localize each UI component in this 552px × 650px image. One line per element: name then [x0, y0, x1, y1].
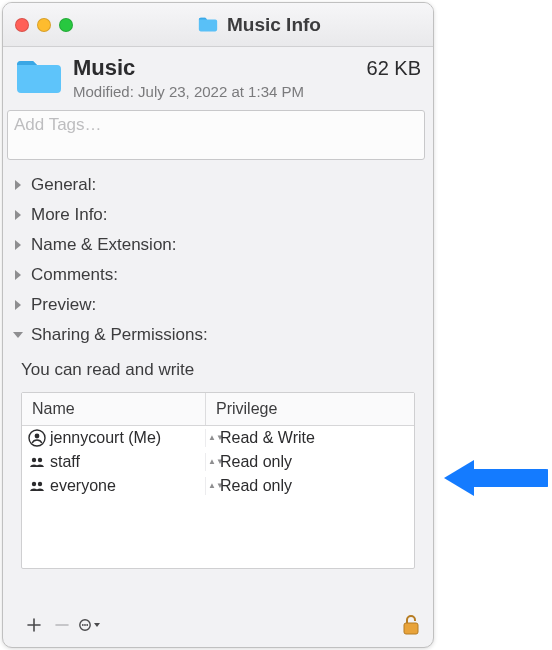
- zoom-button[interactable]: [59, 18, 73, 32]
- privilege-select[interactable]: ▲▼ Read only: [206, 477, 414, 495]
- privilege-select[interactable]: ▲▼ Read only: [206, 453, 414, 471]
- chevron-down-icon: [11, 328, 25, 342]
- svg-point-9: [86, 624, 88, 626]
- permissions-table: Name Privilege jennycourt (Me) ▲▼ Read &…: [21, 392, 415, 569]
- person-icon: [28, 429, 46, 447]
- svg-point-8: [84, 624, 86, 626]
- permissions-row[interactable]: staff ▲▼ Read only: [22, 450, 414, 474]
- privilege-value: Read only: [220, 453, 292, 471]
- group-icon: [28, 453, 46, 471]
- bottom-toolbar: [3, 607, 433, 647]
- modified-line: Modified: July 23, 2022 at 1:34 PM: [73, 83, 421, 100]
- traffic-lights: [15, 18, 73, 32]
- permissions-summary: You can read and write: [3, 350, 433, 390]
- privilege-value: Read only: [220, 477, 292, 495]
- window-title: Music Info: [227, 14, 321, 36]
- privilege-value: Read & Write: [220, 429, 315, 447]
- stepper-icon: ▲▼: [208, 483, 218, 489]
- section-name-extension[interactable]: Name & Extension:: [11, 230, 425, 260]
- permissions-header: Name Privilege: [22, 393, 414, 426]
- tags-input[interactable]: Add Tags…: [7, 110, 425, 160]
- chevron-right-icon: [11, 238, 25, 252]
- header: Music 62 KB Modified: July 23, 2022 at 1…: [3, 47, 433, 106]
- stepper-icon: ▲▼: [208, 435, 218, 441]
- info-window: Music Info Music 62 KB Modified: July 23…: [2, 2, 434, 648]
- svg-point-4: [32, 482, 36, 486]
- file-name: Music: [73, 55, 135, 81]
- permission-name: everyone: [50, 477, 116, 495]
- modified-label: Modified:: [73, 83, 134, 100]
- permission-name: staff: [50, 453, 80, 471]
- lock-icon[interactable]: [401, 613, 421, 637]
- add-button[interactable]: [21, 614, 47, 636]
- tags-placeholder: Add Tags…: [14, 115, 102, 134]
- svg-rect-10: [404, 623, 418, 634]
- stepper-icon: ▲▼: [208, 459, 218, 465]
- permissions-row[interactable]: jennycourt (Me) ▲▼ Read & Write: [22, 426, 414, 450]
- section-preview[interactable]: Preview:: [11, 290, 425, 320]
- svg-point-1: [35, 434, 40, 439]
- titlebar: Music Info: [3, 3, 433, 47]
- modified-value: July 23, 2022 at 1:34 PM: [138, 83, 304, 100]
- permission-name: jennycourt (Me): [50, 429, 161, 447]
- minimize-button[interactable]: [37, 18, 51, 32]
- remove-button[interactable]: [49, 614, 75, 636]
- svg-point-3: [38, 458, 42, 462]
- callout-arrow-icon: [438, 454, 548, 506]
- file-size: 62 KB: [367, 57, 421, 80]
- section-general[interactable]: General:: [11, 170, 425, 200]
- svg-point-7: [82, 624, 84, 626]
- chevron-right-icon: [11, 268, 25, 282]
- chevron-right-icon: [11, 208, 25, 222]
- column-privilege[interactable]: Privilege: [206, 393, 414, 425]
- folder-small-icon: [197, 14, 219, 36]
- svg-point-5: [38, 482, 42, 486]
- close-button[interactable]: [15, 18, 29, 32]
- group-icon: [28, 477, 46, 495]
- column-name[interactable]: Name: [22, 393, 206, 425]
- section-comments[interactable]: Comments:: [11, 260, 425, 290]
- folder-icon: [15, 55, 63, 97]
- section-more-info[interactable]: More Info:: [11, 200, 425, 230]
- section-sharing-permissions[interactable]: Sharing & Permissions:: [11, 320, 425, 350]
- chevron-right-icon: [11, 178, 25, 192]
- action-menu-button[interactable]: [77, 614, 103, 636]
- sections: General: More Info: Name & Extension: Co…: [3, 168, 433, 350]
- privilege-select[interactable]: ▲▼ Read & Write: [206, 429, 414, 447]
- permissions-row[interactable]: everyone ▲▼ Read only: [22, 474, 414, 498]
- svg-point-2: [32, 458, 36, 462]
- chevron-right-icon: [11, 298, 25, 312]
